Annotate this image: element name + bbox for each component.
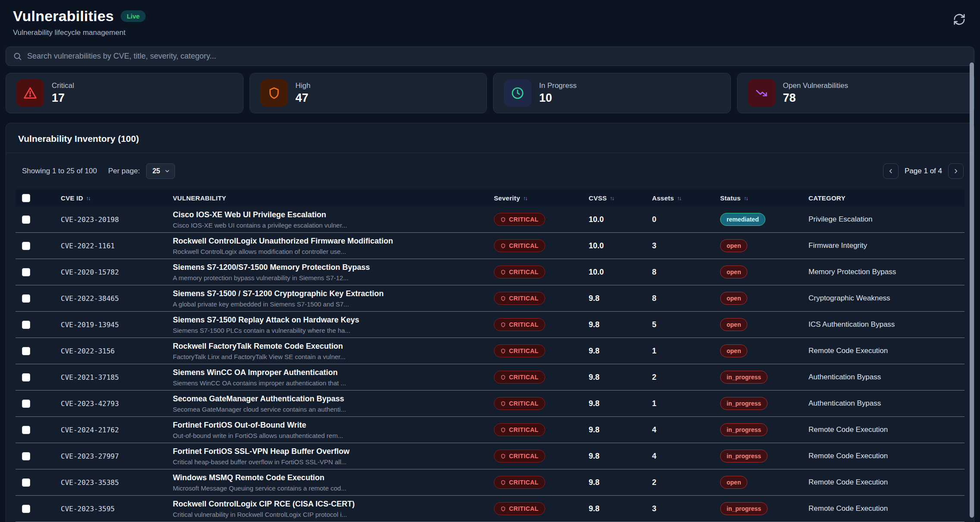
per-page-select[interactable]: 25 [146,163,175,179]
shield-icon [500,269,506,275]
stat-card-in-progress[interactable]: In Progress 10 [493,73,731,113]
search-input[interactable] [27,52,967,61]
status-badge: open [720,476,747,489]
stat-card-high[interactable]: High 47 [250,73,487,113]
table-row[interactable]: CVE-2022-1161 Rockwell ControlLogix Unau… [16,233,964,259]
vulnerability-description: Out-of-bound write in FortiOS allows una… [173,432,494,439]
cve-id: CVE-2021-37185 [61,373,173,381]
sort-icon: ↑↓ [677,195,681,201]
vulnerability-description: Siemens S7-1500 PLCs contain a vulnerabi… [173,327,494,334]
sort-icon: ↑↓ [610,195,614,201]
table-row[interactable]: CVE-2023-35385 Windows MSMQ Remote Code … [16,469,964,496]
severity-badge: CRITICAL [494,450,545,463]
inventory-panel: Vulnerability Inventory (100) Showing 1 … [6,123,974,522]
assets-count: 3 [652,504,720,513]
shield-icon [500,480,506,485]
status-badge: open [720,318,747,331]
cvss-score: 9.8 [589,347,652,356]
vulnerabilities-page: Vulnerabilities Live Vulnerability lifec… [0,0,980,522]
vulnerability-description: Secomea GateManager cloud service contai… [173,406,494,413]
table-row[interactable]: CVE-2019-13945 Siemens S7-1500 Replay At… [16,312,964,338]
vertical-scrollbar[interactable] [970,63,974,518]
row-checkbox[interactable] [22,426,30,434]
column-header-status[interactable]: Status ↑↓ [720,194,808,202]
row-checkbox[interactable] [22,268,30,276]
vulnerability-description: A memory protection bypass vulnerability… [173,274,494,281]
table-row[interactable]: CVE-2022-38465 Siemens S7-1500 / S7-1200… [16,285,964,312]
next-page-button[interactable] [948,163,964,179]
search-bar[interactable] [6,47,974,66]
column-header-severity[interactable]: Severity ↑↓ [494,194,589,202]
table-controls: Showing 1 to 25 of 100 Per page: 25 Page… [6,153,974,188]
vulnerability-description: Cisco IOS-XE web UI contains a privilege… [173,222,494,229]
severity-badge: CRITICAL [494,292,545,305]
table-row[interactable]: CVE-2020-15782 Siemens S7-1200/S7-1500 M… [16,259,964,285]
row-checkbox[interactable] [22,400,30,408]
page-subtitle: Vulnerability lifecycle management [13,28,967,37]
category-label: Cryptographic Weakness [808,294,964,303]
row-checkbox[interactable] [22,216,30,224]
severity-badge: CRITICAL [494,397,545,410]
chevron-left-icon [887,168,894,175]
stat-card-open[interactable]: Open Vulnerabilities 78 [737,73,975,113]
vulnerability-description: Microsoft Message Queuing service contai… [173,484,494,492]
page-header: Vulnerabilities Live Vulnerability lifec… [0,0,980,37]
vulnerability-description: Rockwell ControlLogix allows modificatio… [173,248,494,255]
column-header-cve-id[interactable]: CVE ID ↑↓ [61,194,173,202]
vulnerability-title: Siemens S7-1500 Replay Attack on Hardwar… [173,315,494,325]
column-header-assets[interactable]: Assets ↑↓ [652,194,720,202]
cvss-score: 10.0 [589,241,652,250]
assets-count: 4 [652,452,720,461]
sort-icon: ↑↓ [744,195,748,201]
cve-id: CVE-2022-38465 [61,294,173,303]
cve-id: CVE-2020-15782 [61,268,173,276]
table-row[interactable]: CVE-2024-21762 Fortinet FortiOS Out-of-B… [16,417,964,443]
alert-triangle-icon [16,79,44,107]
assets-count: 2 [652,373,720,382]
status-badge: open [720,266,747,278]
row-checkbox[interactable] [22,321,30,329]
row-checkbox[interactable] [22,294,30,303]
table-row[interactable]: CVE-2021-37185 Siemens WinCC OA Improper… [16,364,964,391]
category-label: Remote Code Execution [808,452,964,460]
assets-count: 8 [652,268,720,277]
table-row[interactable]: CVE-2023-3595 Rockwell ControlLogix CIP … [16,496,964,522]
category-label: Remote Code Execution [808,425,964,434]
table-row[interactable]: CVE-2023-42793 Secomea GateManager Authe… [16,391,964,417]
status-badge: in_progress [720,502,768,515]
stat-card-critical[interactable]: Critical 17 [6,73,243,113]
showing-text: Showing 1 to 25 of 100 [22,167,97,175]
table-row[interactable]: CVE-2023-20198 Cisco IOS-XE Web UI Privi… [16,206,964,233]
inventory-title: Vulnerability Inventory (100) [6,123,974,153]
row-checkbox[interactable] [22,347,30,355]
table-row[interactable]: CVE-2023-27997 Fortinet FortiOS SSL-VPN … [16,443,964,469]
severity-badge: CRITICAL [494,318,545,331]
cvss-score: 9.8 [589,399,652,408]
prev-page-button[interactable] [883,163,899,179]
cvss-score: 10.0 [589,268,652,277]
vulnerability-title: Secomea GateManager Authentication Bypas… [173,394,494,404]
shield-icon [500,506,506,512]
status-badge: in_progress [720,450,768,463]
vulnerability-title: Siemens WinCC OA Improper Authentication [173,368,494,378]
row-checkbox[interactable] [22,478,30,487]
cvss-score: 9.8 [589,320,652,329]
severity-badge: CRITICAL [494,423,545,436]
column-header-cvss[interactable]: CVSS ↑↓ [589,194,652,202]
row-checkbox[interactable] [22,505,30,513]
page-info: Page 1 of 4 [905,167,942,175]
row-checkbox[interactable] [22,242,30,250]
refresh-button[interactable] [953,13,966,26]
cvss-score: 9.8 [589,373,652,382]
chevron-right-icon [952,168,959,175]
assets-count: 4 [652,425,720,434]
severity-badge: CRITICAL [494,266,545,278]
assets-count: 1 [652,399,720,408]
table-row[interactable]: CVE-2022-3156 Rockwell FactoryTalk Remot… [16,338,964,364]
select-all-checkbox[interactable] [22,194,30,202]
assets-count: 5 [652,320,720,329]
row-checkbox[interactable] [22,452,30,460]
column-header-category: CATEGORY [808,194,964,202]
category-label: Authentication Bypass [808,399,964,408]
row-checkbox[interactable] [22,373,30,381]
